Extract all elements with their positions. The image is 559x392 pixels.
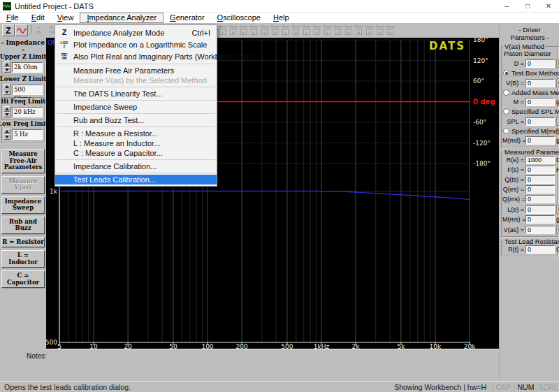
spin-down-button[interactable] [3, 134, 10, 140]
param-value-field[interactable]: 0 [525, 205, 555, 214]
param-value-field[interactable]: 0 [525, 215, 555, 224]
menu-item-label: C : Measure a Capacitor... [73, 149, 217, 157]
notes-area[interactable]: Notes: [0, 349, 499, 381]
spin-up-button[interactable] [3, 61, 10, 67]
menu-item-impedance-analyzer-mode[interactable]: ZImpedance Analyzer ModeCtrl+I [55, 27, 217, 38]
menu-item-l-measure-an-inductor[interactable]: L : Measure an Inductor... [55, 138, 217, 148]
meas-toolbar-icon[interactable]: Meas [323, 24, 332, 35]
spin-up-button[interactable] [3, 84, 10, 89]
menubar-item-view[interactable]: View [51, 13, 80, 23]
specified-spl-method-radio[interactable] [503, 108, 509, 115]
param-value-field[interactable]: 0 [525, 136, 555, 145]
menu-item-plot-impedance-on-a-logarithmic-scale[interactable]: LOGZPlot Impedance on a Logarithmic Scal… [55, 38, 217, 50]
menu-item-label: R : Measure a Resistor... [73, 129, 217, 138]
spin-down-button[interactable] [3, 89, 10, 95]
param-value-field[interactable]: 0 [525, 245, 555, 254]
menu-item-test-leads-calibration[interactable]: Test Leads Calibration... [55, 175, 217, 184]
rub-and-buzz-button[interactable]: Rub and Buzz [1, 217, 45, 234]
meas-toolbar-icon[interactable]: Meas [302, 24, 311, 35]
menubar-item-impedance-analyzer[interactable]: Impedance Analyzer [80, 13, 164, 23]
low-freq-limit-field[interactable]: 5 Hz [12, 129, 43, 140]
menu-item-measure-free-air-parameters[interactable]: Measure Free Air Parameters [55, 66, 217, 75]
menu-item-impedance-calibration[interactable]: Impedance Calibration... [55, 161, 217, 171]
added-mass-method-radio[interactable] [503, 89, 509, 96]
param-row-v-b: V(B) =0cu ft [502, 78, 557, 87]
meas-toolbar-icon[interactable]: Meas [375, 24, 384, 35]
param-label: Q(ms) = [502, 196, 525, 203]
measure-free-air-parameters-button[interactable]: MeasureFree-AirParameters [1, 149, 45, 173]
spin-down-button[interactable] [3, 67, 10, 73]
spin-up-button[interactable] [3, 129, 10, 134]
menu-item-also-plot-real-and-imaginary-parts-workbench-only[interactable]: RE//IMAlso Plot Real and Imaginary Parts… [55, 50, 217, 62]
param-value-field[interactable]: 1000 [525, 156, 555, 164]
hi-freq-limit-field[interactable]: 20 kHz [12, 107, 43, 117]
specified-m-md-option[interactable]: Specified M(md) [502, 127, 557, 135]
menu-item-c-measure-a-capacitor[interactable]: C : Measure a Capacitor... [55, 148, 217, 158]
param-unit-button[interactable]: mH (10k) [556, 205, 559, 214]
meas-icon-glyph [303, 29, 310, 35]
meas-toolbar-icon[interactable]: Meas [365, 24, 374, 35]
down-arrow-icon [5, 113, 9, 116]
minimize-button[interactable]: – [496, 0, 517, 12]
param-value-field[interactable]: 0 [525, 79, 555, 87]
meas-toolbar-icon[interactable]: Meas [281, 24, 290, 35]
meas-toolbar-icon[interactable]: Meas [260, 24, 269, 35]
upper-z-limit-field[interactable]: 2k Ohm [12, 62, 43, 73]
param-unit-button[interactable]: cu ft [556, 78, 559, 87]
close-button[interactable]: ✕ [538, 0, 559, 12]
added-mass-method-option[interactable]: Added Mass Method [502, 89, 557, 96]
spin-down-button[interactable] [3, 112, 10, 117]
menu-item-label: The DATS Linearity Test... [73, 89, 217, 98]
c-capacitor-button[interactable]: C = Capacitor [1, 270, 45, 288]
menubar-item-generator[interactable]: Generator [164, 13, 211, 23]
meas-toolbar-icon[interactable]: Meas [312, 24, 321, 35]
meas-toolbar-icon[interactable]: Meas [344, 24, 353, 35]
menubar-item-help[interactable]: Help [267, 13, 296, 23]
menu-item-rub-and-buzz-test[interactable]: Rub and Buzz Test... [55, 115, 217, 125]
left-input-icon[interactable]: LIN [34, 25, 45, 35]
meas-toolbar-icon[interactable]: Meas [239, 24, 248, 35]
param-value-field[interactable]: 0 [525, 175, 555, 184]
meas-toolbar-icon[interactable]: Meas [228, 24, 238, 35]
spin-up-button[interactable] [3, 106, 10, 112]
test-box-method-radio[interactable] [503, 70, 509, 76]
param-unit-button[interactable]: cu ft [556, 225, 559, 234]
menubar-item-oscilloscope[interactable]: Oscilloscope [211, 13, 267, 23]
specified-spl-method-option[interactable]: Specified SPL Method [502, 108, 557, 115]
menu-item-r-measure-a-resistor[interactable]: R : Measure a Resistor... [55, 129, 217, 138]
menu-item-impedance-sweep[interactable]: Impedance Sweep [55, 102, 217, 112]
param-value-field[interactable]: 0 [525, 166, 555, 174]
r-resistor-button[interactable]: R = Resistor [1, 237, 45, 248]
meas-toolbar-icon[interactable]: Meas [386, 24, 395, 35]
maximize-button[interactable]: □ [517, 0, 538, 12]
meas-toolbar-icon[interactable]: Meas [354, 24, 363, 35]
param-value-field[interactable]: 0 [525, 59, 555, 68]
phase-axis-label: 120° [473, 57, 488, 64]
param-value-field[interactable]: 0 [525, 117, 555, 126]
meas-toolbar-icon[interactable]: Meas [218, 24, 227, 35]
measure-v-as-button[interactable]: Measure V(as) [1, 176, 45, 194]
meas-toolbar-icon[interactable]: Meas [270, 24, 280, 35]
param-value-field[interactable]: 0 [525, 185, 555, 194]
upper-z-limit-spinner [3, 61, 10, 73]
param-value-field[interactable]: 0 [525, 98, 555, 106]
param-unit-button[interactable]: inches [556, 59, 559, 68]
impedance-sweep-button[interactable]: ImpedanceSweep [1, 196, 45, 214]
meas-toolbar-icon[interactable]: Meas [249, 24, 259, 35]
specified-m-md-radio[interactable] [503, 128, 509, 134]
menu-item-the-dats-linearity-test[interactable]: The DATS Linearity Test... [55, 89, 217, 99]
param-value-field[interactable]: 0 [525, 195, 555, 203]
menubar-item-edit[interactable]: Edit [25, 13, 51, 23]
menubar-item-file[interactable]: File [0, 13, 25, 23]
meas-toolbar-icon[interactable]: Meas [291, 24, 300, 35]
lower-z-limit-field[interactable]: 500 Ohms [12, 85, 43, 95]
sine-wave-icon[interactable] [15, 24, 28, 36]
test-box-method-option[interactable]: Test Box Method [502, 69, 557, 77]
meas-toolbar-icon[interactable]: Meas [333, 24, 342, 35]
l-inductor-button[interactable]: L = Inductor [1, 250, 45, 268]
param-unit-button[interactable]: 1W/1m [556, 117, 559, 126]
param-value-field[interactable]: 0 [525, 226, 555, 234]
impedance-mode-toolbar-button[interactable]: Z [2, 24, 15, 36]
menu-item-measure-v-as-by-the-selected-method[interactable]: Measure V(as) by the Selected Method [55, 75, 217, 85]
param-row-q-ms: Q(ms) =0 [502, 195, 557, 203]
